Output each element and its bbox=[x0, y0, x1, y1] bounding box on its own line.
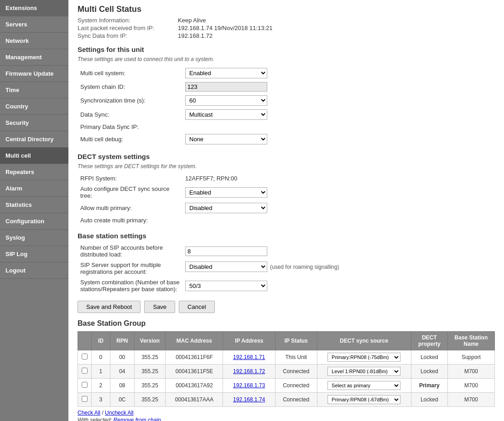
cell-mac: 000413611F5E bbox=[166, 365, 223, 379]
col-id: ID bbox=[91, 332, 110, 350]
check-all-link[interactable]: Check All bbox=[78, 410, 100, 416]
cell-version: 355.25 bbox=[134, 379, 166, 393]
page-title: Multi Cell Status bbox=[78, 5, 495, 14]
multi-cell-debug-select[interactable]: None Level 1 Level 2 bbox=[185, 134, 267, 144]
with-selected-row: With selected: Remove from chain bbox=[78, 417, 495, 421]
col-rpn: RPN bbox=[110, 332, 134, 350]
main-content: Multi Cell Status System Information: Ke… bbox=[68, 0, 504, 421]
sidebar-item-firmware-update[interactable]: Firmware Update bbox=[0, 66, 68, 82]
sidebar-item-security[interactable]: Security bbox=[0, 115, 68, 131]
row-checkbox[interactable] bbox=[82, 368, 88, 374]
cell-dect-sync: Primary:RPN08 (-67dBm) bbox=[317, 393, 411, 407]
status-block: System Information: Keep Alive Last pack… bbox=[78, 17, 495, 39]
ip-link[interactable]: 192.168.1.72 bbox=[233, 368, 265, 375]
sidebar: Extensions Servers Network Management Fi… bbox=[0, 0, 68, 421]
dect-note: These settings are DECT settings for the… bbox=[78, 163, 495, 169]
cell-dect-sync: Level 1:RPN00 (-81dBm) bbox=[317, 365, 411, 379]
dect-sync-select[interactable]: Primary:RPN08 (-75dBm) bbox=[327, 353, 400, 362]
cell-ip-status: Connected bbox=[275, 393, 317, 407]
remove-from-chain-link[interactable]: Remove from chain bbox=[114, 417, 161, 421]
ip-link[interactable]: 192.168.1.74 bbox=[233, 396, 265, 403]
system-combo-select[interactable]: 50/3 100/5 bbox=[185, 281, 267, 291]
multi-cell-select[interactable]: Enabled Disabled bbox=[185, 68, 267, 78]
dect-title: DECT system settings bbox=[78, 153, 495, 160]
col-version: Version bbox=[134, 332, 166, 350]
cancel-button[interactable]: Cancel bbox=[179, 301, 214, 313]
num-sip-input[interactable] bbox=[185, 246, 267, 256]
ip-link[interactable]: 192.168.1.71 bbox=[233, 354, 265, 360]
allow-multi-select[interactable]: Disabled Enabled bbox=[185, 203, 267, 213]
sidebar-item-country[interactable]: Country bbox=[0, 98, 68, 115]
sip-server-select[interactable]: Disabled Enabled bbox=[185, 262, 267, 272]
data-sync-select[interactable]: Multicast Unicast bbox=[185, 109, 267, 120]
action-buttons: Save and Reboot Save Cancel bbox=[78, 301, 495, 313]
dect-sync-select[interactable]: Select as primary bbox=[327, 381, 400, 390]
dect-form: RFPI System: 12AFF5F7; RPN:00 Auto confi… bbox=[78, 173, 270, 226]
row-checkbox[interactable] bbox=[82, 382, 88, 388]
with-selected-label: With selected: bbox=[78, 417, 112, 421]
sidebar-item-logout[interactable]: Logout bbox=[0, 262, 68, 279]
auto-configure-select[interactable]: Enabled Disabled bbox=[185, 187, 267, 198]
save-reboot-button[interactable]: Save and Reboot bbox=[78, 301, 140, 313]
col-checkbox bbox=[78, 332, 92, 350]
cell-station-name: Support bbox=[447, 350, 494, 365]
cell-mac: 000413617A92 bbox=[166, 379, 223, 393]
col-ipstatus: IP Status bbox=[275, 332, 317, 350]
cell-id: 2 bbox=[91, 379, 110, 393]
col-dect: DECT sync source bbox=[317, 332, 411, 350]
sidebar-item-time[interactable]: Time bbox=[0, 82, 68, 98]
system-chain-label: System chain ID: bbox=[78, 80, 182, 93]
sidebar-item-extensions[interactable]: Extensions bbox=[0, 0, 68, 16]
row-checkbox[interactable] bbox=[82, 354, 88, 359]
cell-dect-sync: Primary:RPN08 (-75dBm) bbox=[317, 350, 411, 365]
bsg-title: Base Station Group bbox=[78, 319, 495, 328]
system-info-label: System Information: bbox=[78, 17, 178, 24]
cell-version: 355.25 bbox=[134, 393, 166, 407]
cell-mac: 000413611F6F bbox=[166, 350, 223, 365]
multi-cell-label: Multi cell system: bbox=[78, 66, 182, 80]
sidebar-item-configuration[interactable]: Configuration bbox=[0, 213, 68, 230]
multi-cell-debug-label: Multi cell debug: bbox=[78, 132, 182, 146]
dect-sync-select[interactable]: Level 1:RPN00 (-81dBm) bbox=[327, 367, 400, 376]
sidebar-item-statistics[interactable]: Statistics bbox=[0, 197, 68, 213]
ip-link[interactable]: 192.168.1.73 bbox=[233, 382, 265, 389]
base-station-title: Base station settings bbox=[78, 232, 495, 240]
system-combo-label: System combination (Number of base stati… bbox=[78, 277, 182, 294]
dect-sync-select[interactable]: Primary:RPN08 (-67dBm) bbox=[327, 395, 400, 404]
table-row: 000355.25000413611F6F192.168.1.71This Un… bbox=[78, 350, 495, 365]
base-station-table: ID RPN Version MAC Address IP Address IP… bbox=[78, 331, 495, 407]
uncheck-all-link[interactable]: Uncheck All bbox=[105, 410, 134, 416]
cell-dect-property: Locked bbox=[411, 393, 447, 407]
cell-ip: 192.168.1.73 bbox=[223, 379, 275, 393]
cell-id: 0 bbox=[91, 350, 110, 365]
sidebar-item-alarm[interactable]: Alarm bbox=[0, 180, 68, 197]
cell-rpn: 00 bbox=[110, 350, 134, 365]
row-checkbox[interactable] bbox=[82, 396, 88, 402]
last-packet-label: Last packet received from IP: bbox=[78, 25, 178, 31]
cell-station-name: M700 bbox=[447, 393, 494, 407]
primary-data-sync-label: Primary Data Sync IP: bbox=[78, 122, 182, 132]
cell-dect-property: Locked bbox=[411, 365, 447, 379]
sidebar-item-repeaters[interactable]: Repeaters bbox=[0, 164, 68, 180]
sidebar-item-network[interactable]: Network bbox=[0, 33, 68, 49]
sync-data-value: 192.168.1.72 bbox=[178, 32, 213, 39]
data-sync-label: Data Sync: bbox=[78, 108, 182, 122]
system-chain-input[interactable] bbox=[185, 82, 267, 92]
sidebar-item-sip-log[interactable]: SIP Log bbox=[0, 246, 68, 262]
settings-title: Settings for this unit bbox=[78, 46, 495, 53]
sidebar-item-servers[interactable]: Servers bbox=[0, 16, 68, 33]
sidebar-item-central-directory[interactable]: Central Directory bbox=[0, 131, 68, 148]
cell-mac: 000413617AAA bbox=[166, 393, 223, 407]
sync-time-select[interactable]: 60 30 120 bbox=[185, 95, 267, 106]
sidebar-item-syslog[interactable]: Syslog bbox=[0, 230, 68, 246]
cell-ip-status: This Unit bbox=[275, 350, 317, 365]
col-ip: IP Address bbox=[223, 332, 275, 350]
cell-id: 1 bbox=[91, 365, 110, 379]
sidebar-item-management[interactable]: Management bbox=[0, 49, 68, 66]
cell-ip: 192.168.1.71 bbox=[223, 350, 275, 365]
save-button[interactable]: Save bbox=[144, 301, 175, 313]
system-info-value: Keep Alive bbox=[178, 17, 206, 24]
sidebar-item-multi-cell[interactable]: Multi cell bbox=[0, 148, 68, 164]
cell-version: 355.25 bbox=[134, 365, 166, 379]
sync-time-label: Synchronization time (s): bbox=[78, 93, 182, 108]
